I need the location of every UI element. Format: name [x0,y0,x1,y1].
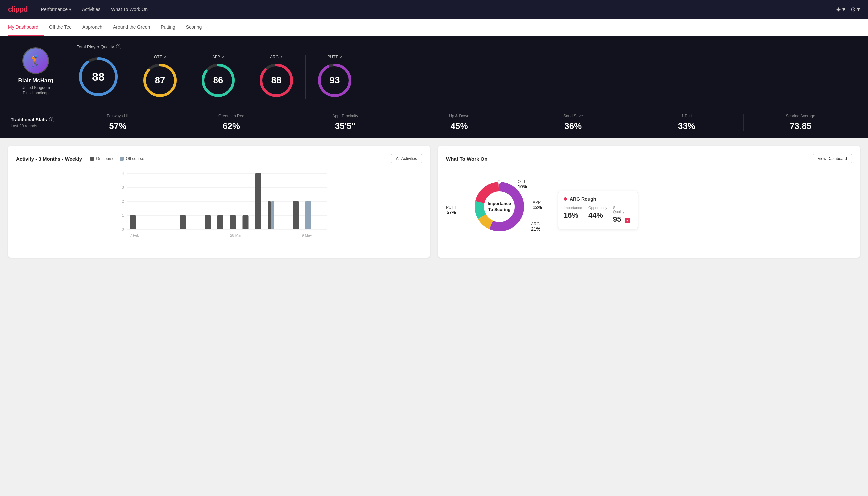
chevron-down-icon: ▾ [69,7,71,12]
arg-trend: ↗ [280,55,283,59]
sub-nav-around-the-green[interactable]: Around the Green [108,19,155,36]
stat-app-proximity: App. Proximity 35'5" [288,113,402,131]
donut-section: PUTT 57% [446,170,852,250]
svg-rect-20 [130,215,136,229]
trad-help-icon[interactable]: ? [49,117,54,122]
user-chevron-icon: ▾ [857,6,860,13]
ott-trend: ↗ [163,55,166,59]
main-score-value: 88 [92,70,105,83]
main-score-circle: 88 [77,55,120,98]
help-icon[interactable]: ? [116,44,121,49]
hero-section: 🏌️ Blair McHarg United Kingdom Plus Hand… [0,36,868,107]
svg-text:2: 2 [122,199,124,203]
sub-nav: My Dashboard Off the Tee Approach Around… [0,19,868,36]
ott-score-circle: 87 [142,62,178,98]
avatar-image: 🏌️ [29,54,42,67]
sub-nav-putting[interactable]: Putting [155,19,180,36]
add-button[interactable]: ⊕ ▾ [836,6,845,13]
hero-inner: 🏌️ Blair McHarg United Kingdom Plus Hand… [11,44,857,98]
arg-score-circle: 88 [258,62,295,98]
svg-rect-27 [268,201,271,229]
player-handicap: Plus Handicap [23,91,48,95]
putt-score-value: 93 [329,75,340,86]
legend-on-course: On course [90,156,114,161]
app-score-circle: 86 [200,62,236,98]
app-score-value: 86 [213,75,223,86]
donut-wrapper: PUTT 57% [446,170,553,250]
activity-card-header: Activity - 3 Months - Weekly On course O… [16,154,422,163]
svg-text:3: 3 [122,185,124,189]
arg-shot-quality-stat: Shot Quality 95 ▼ [613,205,632,223]
activity-card: Activity - 3 Months - Weekly On course O… [8,146,430,258]
plus-icon: ⊕ [836,6,841,13]
off-course-dot [120,157,124,160]
stat-fairways-hit: Fairways Hit 57% [61,113,175,131]
activity-title: Activity - 3 Months - Weekly [16,156,82,161]
work-on-title: What To Work On [446,156,487,161]
bar-chart-svg: 4 3 2 1 0 [25,170,422,243]
putt-label: PUTT ↗ [327,55,342,59]
legend-off-course: Off course [120,156,144,161]
ott-score-value: 87 [155,75,165,86]
nav-what-to-work-on[interactable]: What To Work On [111,7,147,12]
arg-label: ARG ↗ [270,55,283,59]
all-activities-button[interactable]: All Activities [391,154,422,163]
arg-score-item: ARG ↗ 88 [248,55,306,98]
arg-opportunity-stat: Opportunity 44% [588,205,607,223]
nav-performance[interactable]: Performance ▾ [41,7,71,12]
stat-greens-in-reg: Greens In Reg 62% [175,113,288,131]
app-donut-label: APP 12% [533,200,542,210]
trad-stats-label: Traditional Stats ? Last 20 rounds [11,117,61,128]
down-arrow-icon: ▼ [625,218,630,223]
svg-text:Importance: Importance [488,201,511,206]
view-dashboard-button[interactable]: View Dashboard [813,154,852,163]
trad-stats-title: Traditional Stats ? [11,117,61,122]
off-course-label: Off course [126,156,144,161]
arg-donut-label: ARG 21% [531,221,540,232]
player-info: 🏌️ Blair McHarg United Kingdom Plus Hand… [11,47,61,95]
sub-nav-scoring[interactable]: Scoring [180,19,207,36]
stats-section: Total Player Quality ? 88 [77,44,857,98]
svg-point-41 [498,180,501,184]
sub-nav-off-the-tee[interactable]: Off the Tee [44,19,77,36]
arg-card-title: ARG Rough [564,196,632,202]
sub-nav-approach[interactable]: Approach [77,19,108,36]
svg-text:28 Mar: 28 Mar [231,233,242,237]
svg-text:To Scoring: To Scoring [488,207,510,212]
nav-links: Performance ▾ Activities What To Work On [41,7,147,12]
stat-up-down: Up & Down 45% [402,113,516,131]
nav-activities[interactable]: Activities [82,7,100,12]
activity-legend: On course Off course [90,156,144,161]
bottom-section: Activity - 3 Months - Weekly On course O… [0,138,868,266]
arg-card-stats: Importance 16% Opportunity 44% Shot Qual… [564,205,632,223]
bar-chart-container: 4 3 2 1 0 [16,170,422,245]
activity-card-left: Activity - 3 Months - Weekly On course O… [16,156,144,161]
svg-rect-28 [271,201,274,229]
stat-sand-save: Sand Save 36% [516,113,630,131]
ott-donut-label: OTT 10% [518,179,527,189]
on-course-dot [90,157,94,160]
svg-rect-29 [293,201,299,229]
on-course-label: On course [96,156,114,161]
putt-donut-label: PUTT 57% [446,205,456,215]
putt-trend: ↗ [340,55,342,59]
app-score-item: APP ↗ 86 [189,55,248,98]
trad-stats-sublabel: Last 20 rounds [11,124,61,128]
arg-card-dot [564,197,567,201]
top-nav: clippd Performance ▾ Activities What To … [0,0,868,19]
svg-rect-30 [305,201,312,229]
main-score-item: 88 [77,55,131,98]
svg-rect-26 [255,173,262,229]
app-label: APP ↗ [212,55,224,59]
user-menu-button[interactable]: ⊙ ▾ [851,6,860,13]
stat-scoring-average: Scoring Average 73.85 [743,113,857,131]
player-name: Blair McHarg [18,77,53,84]
sub-nav-my-dashboard[interactable]: My Dashboard [8,19,44,36]
svg-text:7 Feb: 7 Feb [130,233,139,237]
avatar: 🏌️ [22,47,49,74]
user-icon: ⊙ [851,6,856,13]
traditional-stats: Traditional Stats ? Last 20 rounds Fairw… [0,107,868,138]
logo[interactable]: clippd [8,5,28,14]
total-quality-label: Total Player Quality ? [77,44,857,49]
arg-score-value: 88 [271,75,282,86]
